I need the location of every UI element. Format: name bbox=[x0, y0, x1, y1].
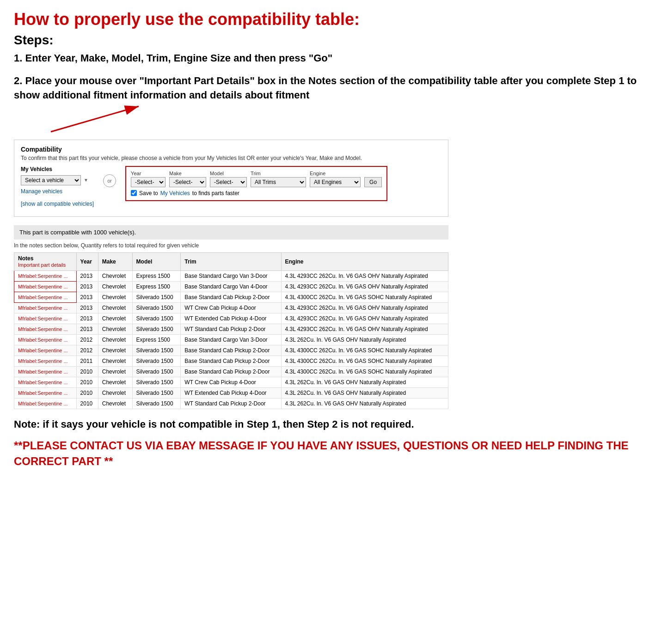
cell-trim: Base Standard Cargo Van 4-Door bbox=[181, 281, 281, 292]
cell-notes: Mfrlabel:Serpentine ... bbox=[14, 356, 77, 366]
col-header-year: Year bbox=[76, 252, 98, 270]
col-header-model: Model bbox=[132, 252, 181, 270]
table-row: Mfrlabel:Serpentine ... 2013 Chevrolet S… bbox=[14, 292, 448, 302]
cell-engine: 4.3L 4300CC 262Cu. In. V6 GAS SOHC Natur… bbox=[281, 366, 448, 377]
dropdown-arrow-icon: ▼ bbox=[84, 178, 88, 183]
note-text: Note: if it says your vehicle is not com… bbox=[14, 417, 654, 432]
cell-make: Chevrolet bbox=[98, 377, 132, 387]
cell-make: Chevrolet bbox=[98, 345, 132, 356]
table-row: Mfrlabel:Serpentine ... 2010 Chevrolet S… bbox=[14, 398, 448, 409]
cell-notes: Mfrlabel:Serpentine ... bbox=[14, 302, 77, 313]
steps-heading: Steps: bbox=[14, 33, 654, 48]
cell-make: Chevrolet bbox=[98, 281, 132, 292]
go-button[interactable]: Go bbox=[364, 177, 382, 187]
cell-engine: 4.3L 4300CC 262Cu. In. V6 GAS SOHC Natur… bbox=[281, 356, 448, 366]
cell-trim: WT Extended Cab Pickup 4-Door bbox=[181, 387, 281, 398]
show-all-link[interactable]: [show all compatible vehicles] bbox=[21, 201, 94, 207]
cell-engine: 4.3L 262Cu. In. V6 GAS OHV Naturally Asp… bbox=[281, 334, 448, 345]
svg-line-1 bbox=[51, 106, 139, 132]
table-row: Mfrlabel:Serpentine ... 2013 Chevrolet E… bbox=[14, 281, 448, 292]
engine-label: Engine bbox=[310, 171, 361, 176]
my-vehicles-save-link[interactable]: My Vehicles bbox=[160, 190, 190, 196]
col-header-make: Make bbox=[98, 252, 132, 270]
cell-engine: 4.3L 4293CC 262Cu. In. V6 GAS OHV Natura… bbox=[281, 270, 448, 281]
col-header-engine: Engine bbox=[281, 252, 448, 270]
model-select[interactable]: -Select- bbox=[210, 177, 247, 187]
col-header-trim: Trim bbox=[181, 252, 281, 270]
year-make-form: Year -Select- Make -Select- Model -Selec… bbox=[125, 166, 387, 201]
cell-trim: Base Standard Cab Pickup 2-Door bbox=[181, 356, 281, 366]
cell-engine: 4.3L 4293CC 262Cu. In. V6 GAS OHV Natura… bbox=[281, 313, 448, 324]
save-suffix: to finds parts faster bbox=[192, 190, 239, 196]
cell-notes: Mfrlabel:Serpentine ... bbox=[14, 387, 77, 398]
cell-trim: Base Standard Cab Pickup 2-Door bbox=[181, 292, 281, 302]
trim-label: Trim bbox=[251, 171, 306, 176]
cell-trim: WT Extended Cab Pickup 4-Door bbox=[181, 313, 281, 324]
cell-year: 2010 bbox=[76, 398, 98, 409]
manage-vehicles-link[interactable]: Manage vehicles bbox=[21, 188, 94, 195]
table-row: Mfrlabel:Serpentine ... 2013 Chevrolet E… bbox=[14, 270, 448, 281]
cell-engine: 4.3L 262Cu. In. V6 GAS OHV Naturally Asp… bbox=[281, 377, 448, 387]
compat-count-bar: This part is compatible with 1000 vehicl… bbox=[14, 225, 448, 239]
cell-model: Silverado 1500 bbox=[132, 377, 181, 387]
cell-make: Chevrolet bbox=[98, 356, 132, 366]
cell-year: 2011 bbox=[76, 356, 98, 366]
cell-model: Express 1500 bbox=[132, 270, 181, 281]
cell-year: 2012 bbox=[76, 345, 98, 356]
cell-notes: Mfrlabel:Serpentine ... bbox=[14, 292, 77, 302]
cell-model: Silverado 1500 bbox=[132, 345, 181, 356]
cell-model: Silverado 1500 bbox=[132, 356, 181, 366]
cell-notes: Mfrlabel:Serpentine ... bbox=[14, 281, 77, 292]
table-row: Mfrlabel:Serpentine ... 2010 Chevrolet S… bbox=[14, 366, 448, 377]
cell-year: 2013 bbox=[76, 281, 98, 292]
year-select[interactable]: -Select- bbox=[131, 177, 165, 187]
compat-subtitle: To confirm that this part fits your vehi… bbox=[21, 155, 441, 161]
quantity-note: In the notes section below, Quantity ref… bbox=[14, 242, 654, 249]
table-row: Mfrlabel:Serpentine ... 2010 Chevrolet S… bbox=[14, 387, 448, 398]
cell-model: Express 1500 bbox=[132, 334, 181, 345]
cell-trim: Base Standard Cab Pickup 2-Door bbox=[181, 345, 281, 356]
cell-model: Silverado 1500 bbox=[132, 292, 181, 302]
my-vehicles-section: My Vehicles Select a vehicle ▼ Manage ve… bbox=[21, 166, 94, 207]
cell-year: 2010 bbox=[76, 366, 98, 377]
notes-sub-header: Important part details bbox=[18, 262, 66, 268]
engine-select[interactable]: All Engines bbox=[310, 177, 361, 187]
table-row: Mfrlabel:Serpentine ... 2011 Chevrolet S… bbox=[14, 356, 448, 366]
cell-make: Chevrolet bbox=[98, 334, 132, 345]
compat-title: Compatibility bbox=[21, 146, 441, 153]
model-label: Model bbox=[210, 171, 247, 176]
trim-select[interactable]: All Trims bbox=[251, 177, 306, 187]
make-select[interactable]: -Select- bbox=[169, 177, 206, 187]
save-label: Save to bbox=[139, 190, 158, 196]
cell-year: 2012 bbox=[76, 334, 98, 345]
col-header-notes: Notes Important part details bbox=[14, 252, 77, 270]
cell-year: 2013 bbox=[76, 292, 98, 302]
cell-trim: WT Standard Cab Pickup 2-Door bbox=[181, 324, 281, 334]
table-row: Mfrlabel:Serpentine ... 2012 Chevrolet E… bbox=[14, 334, 448, 345]
year-label: Year bbox=[131, 171, 165, 176]
cell-engine: 4.3L 262Cu. In. V6 GAS OHV Naturally Asp… bbox=[281, 398, 448, 409]
cell-notes: Mfrlabel:Serpentine ... bbox=[14, 366, 77, 377]
cell-model: Express 1500 bbox=[132, 281, 181, 292]
cell-trim: Base Standard Cargo Van 3-Door bbox=[181, 270, 281, 281]
or-separator: or bbox=[103, 174, 116, 187]
table-row: Mfrlabel:Serpentine ... 2013 Chevrolet S… bbox=[14, 313, 448, 324]
vehicle-select[interactable]: Select a vehicle bbox=[21, 175, 81, 185]
cell-make: Chevrolet bbox=[98, 270, 132, 281]
cell-trim: WT Crew Cab Pickup 4-Door bbox=[181, 302, 281, 313]
cell-engine: 4.3L 4300CC 262Cu. In. V6 GAS SOHC Natur… bbox=[281, 345, 448, 356]
cell-model: Silverado 1500 bbox=[132, 313, 181, 324]
cell-make: Chevrolet bbox=[98, 302, 132, 313]
cell-make: Chevrolet bbox=[98, 387, 132, 398]
table-row: Mfrlabel:Serpentine ... 2013 Chevrolet S… bbox=[14, 324, 448, 334]
save-checkbox[interactable] bbox=[131, 190, 137, 196]
cell-notes: Mfrlabel:Serpentine ... bbox=[14, 270, 77, 281]
cell-year: 2013 bbox=[76, 302, 98, 313]
cell-model: Silverado 1500 bbox=[132, 398, 181, 409]
cell-make: Chevrolet bbox=[98, 366, 132, 377]
table-row: Mfrlabel:Serpentine ... 2010 Chevrolet S… bbox=[14, 377, 448, 387]
cell-year: 2010 bbox=[76, 387, 98, 398]
cell-notes: Mfrlabel:Serpentine ... bbox=[14, 398, 77, 409]
cell-engine: 4.3L 262Cu. In. V6 GAS OHV Naturally Asp… bbox=[281, 387, 448, 398]
cell-trim: Base Standard Cab Pickup 2-Door bbox=[181, 366, 281, 377]
